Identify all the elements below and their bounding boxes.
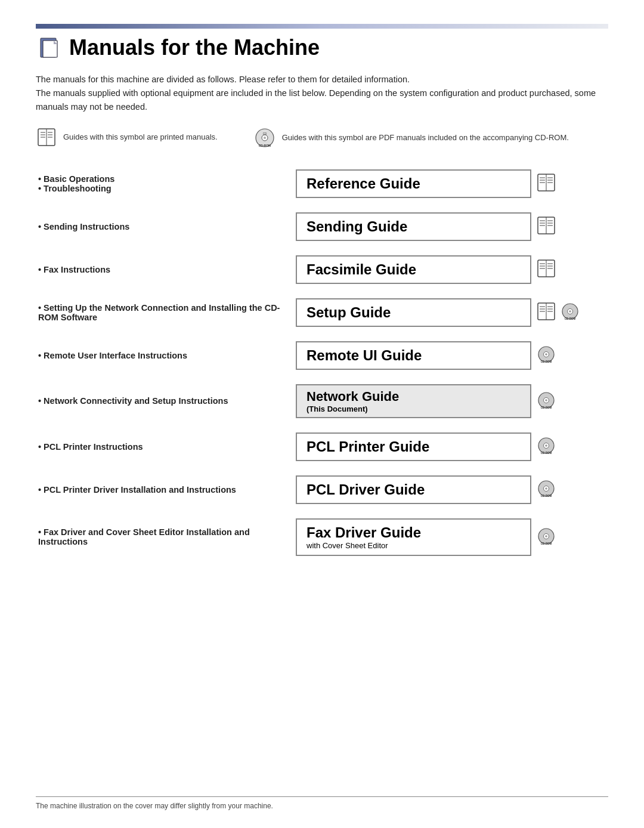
cdrom-icon: CD-ROM xyxy=(536,478,556,499)
manual-left-col: • Fax Instructions xyxy=(36,252,293,288)
book-icon xyxy=(536,301,556,322)
cdrom-icon: CD-ROM xyxy=(536,526,556,546)
bullet-item: • Basic Operations xyxy=(38,174,291,184)
svg-text:CD-ROM: CD-ROM xyxy=(541,406,552,409)
manual-row: • Remote User Interface InstructionsRemo… xyxy=(36,338,608,373)
guide-box-cell: Sending Guide xyxy=(293,209,534,245)
guide-box-cell: Fax Driver Guidewith Cover Sheet Editor xyxy=(293,515,534,560)
cdrom-icon: CD-ROM xyxy=(536,344,556,364)
guide-title: Network Guide xyxy=(306,389,521,404)
intro-text: The manuals for this machine are divided… xyxy=(36,73,608,115)
svg-text:CD-ROM: CD-ROM xyxy=(541,542,552,545)
manual-row: • PCL Printer Driver Installation and In… xyxy=(36,472,608,508)
guide-title: Setup Guide xyxy=(306,304,521,321)
svg-point-50 xyxy=(569,310,571,313)
guide-box: PCL Driver Guide xyxy=(296,475,531,504)
manual-row: • Sending InstructionsSending Guide xyxy=(36,209,608,245)
guide-box: PCL Printer Guide xyxy=(296,432,531,461)
svg-text:CD-ROM: CD-ROM xyxy=(541,360,552,363)
guide-icon-cell xyxy=(534,166,608,202)
svg-text:CD-ROM: CD-ROM xyxy=(541,452,552,455)
manual-row: • Fax Driver and Cover Sheet Editor Inst… xyxy=(36,515,608,560)
manual-left-col: • Network Connectivity and Setup Instruc… xyxy=(36,381,293,422)
book-icon xyxy=(536,172,556,193)
print-legend: Guides with this symbol are printed manu… xyxy=(36,126,218,148)
cdrom-icon: CD-ROM xyxy=(560,301,580,323)
guide-box: Setup Guide xyxy=(296,298,531,327)
bullet-item: • Network Connectivity and Setup Instruc… xyxy=(38,396,291,406)
bullet-item: • Fax Driver and Cover Sheet Editor Inst… xyxy=(38,527,291,546)
guide-subtitle: with Cover Sheet Editor xyxy=(306,541,521,550)
manual-row: • Network Connectivity and Setup Instruc… xyxy=(36,381,608,422)
guide-box: Reference Guide xyxy=(296,169,531,198)
guide-box: Sending Guide xyxy=(296,212,531,241)
svg-point-13 xyxy=(264,137,266,139)
footer: The machine illustration on the cover ma… xyxy=(36,796,608,810)
guide-box-cell: Reference Guide xyxy=(293,166,534,202)
manual-row: • Setting Up the Network Connection and … xyxy=(36,295,608,330)
book-icon xyxy=(536,215,556,236)
svg-text:CD-ROM: CD-ROM xyxy=(565,317,576,320)
cdrom-icon: CD-ROM xyxy=(536,478,556,500)
svg-text:CD-ROM: CD-ROM xyxy=(541,495,552,498)
manual-left-col: • Sending Instructions xyxy=(36,209,293,245)
guide-icon-cell xyxy=(534,209,608,245)
book-icon xyxy=(536,301,556,323)
book-icon xyxy=(536,215,556,237)
guide-title: Reference Guide xyxy=(306,175,521,192)
guide-title: Sending Guide xyxy=(306,218,521,235)
guide-box-cell: Facsimile Guide xyxy=(293,252,534,288)
svg-text:CD-ROM: CD-ROM xyxy=(258,144,271,147)
manual-left-col: • Basic Operations• Troubleshooting xyxy=(36,166,293,202)
book-icon xyxy=(536,258,556,280)
cdrom-icon: CD-ROM xyxy=(560,301,580,322)
guide-title: Remote UI Guide xyxy=(306,347,521,364)
svg-point-70 xyxy=(545,535,547,537)
manual-left-col: • Setting Up the Network Connection and … xyxy=(36,295,293,330)
bullet-item: • Sending Instructions xyxy=(38,222,291,231)
manual-left-col: • Remote User Interface Instructions xyxy=(36,338,293,373)
svg-point-58 xyxy=(545,399,547,401)
cdrom-legend-text: Guides with this symbol are PDF manuals … xyxy=(282,133,569,142)
guide-box-cell: Setup Guide xyxy=(293,295,534,330)
guide-icon-cell: CD-ROM xyxy=(534,338,608,373)
header-bar xyxy=(36,24,608,29)
guide-box: Facsimile Guide xyxy=(296,255,531,284)
manual-row: • Fax InstructionsFacsimile Guide xyxy=(36,252,608,288)
bullet-item: • Troubleshooting xyxy=(38,184,291,193)
book-icon xyxy=(536,258,556,279)
manuals-table: • Basic Operations• TroubleshootingRefer… xyxy=(36,166,608,560)
guide-box: Remote UI Guide xyxy=(296,341,531,370)
cdrom-icon: CD-ROM xyxy=(536,390,556,412)
svg-point-54 xyxy=(545,353,547,356)
guide-icon-cell: CD-ROM xyxy=(534,472,608,508)
guide-title: Facsimile Guide xyxy=(306,261,521,278)
bullet-item: • Fax Instructions xyxy=(38,265,291,274)
manual-row: • Basic Operations• TroubleshootingRefer… xyxy=(36,166,608,202)
cdrom-icon: CD-ROM xyxy=(536,526,556,548)
manual-left-col: • PCL Printer Driver Installation and In… xyxy=(36,472,293,508)
guide-title: Fax Driver Guide xyxy=(306,524,521,541)
guide-box-cell: PCL Printer Guide xyxy=(293,429,534,465)
guide-icon-cell xyxy=(534,252,608,288)
guide-title: PCL Driver Guide xyxy=(306,481,521,498)
bullet-item: • PCL Printer Instructions xyxy=(38,442,291,452)
svg-text:CD: CD xyxy=(262,132,267,135)
guide-subtitle: (This Document) xyxy=(306,404,521,413)
guide-box-cell: Remote UI Guide xyxy=(293,338,534,373)
page-title: Manuals for the Machine xyxy=(69,35,320,60)
guide-box: Fax Driver Guidewith Cover Sheet Editor xyxy=(296,518,531,556)
cdrom-legend: CD-ROM CD Guides with this symbol are PD… xyxy=(253,126,569,149)
guide-icon-cell: CD-ROM xyxy=(534,381,608,422)
cdrom-icon: CD-ROM xyxy=(536,435,556,458)
bullet-item: • Remote User Interface Instructions xyxy=(38,351,291,360)
guide-box-cell: Network Guide(This Document) xyxy=(293,381,534,422)
manual-left-col: • PCL Printer Instructions xyxy=(36,429,293,465)
cdrom-icon: CD-ROM xyxy=(536,390,556,410)
manual-left-col: • Fax Driver and Cover Sheet Editor Inst… xyxy=(36,515,293,560)
svg-point-66 xyxy=(545,487,547,490)
guide-icon-cell: CD-ROM xyxy=(534,295,608,330)
bullet-item: • PCL Printer Driver Installation and In… xyxy=(38,485,291,495)
guide-box: Network Guide(This Document) xyxy=(296,384,531,418)
svg-point-62 xyxy=(545,444,547,447)
